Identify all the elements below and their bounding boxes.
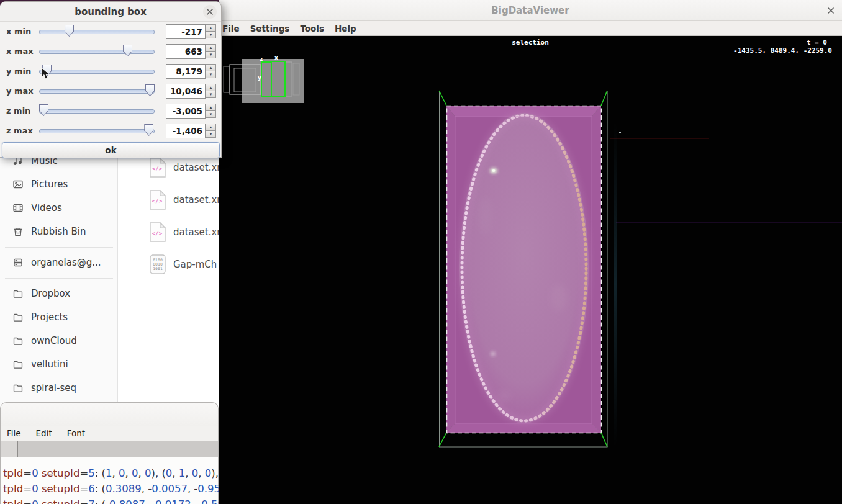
sidebar-item-videos[interactable]: Videos (0, 196, 118, 220)
bbox-slider-z-min[interactable] (39, 109, 155, 114)
svg-text:</>: </> (152, 198, 163, 204)
bbox-slider-thumb-z-max[interactable] (144, 124, 153, 136)
spinner-down-button[interactable]: ▾ (206, 51, 216, 58)
sidebar-item-label: Videos (31, 202, 62, 214)
xml-file-icon: </> (148, 222, 167, 243)
menu-edit[interactable]: Edit (30, 428, 61, 438)
bbox-value-field-x-min[interactable] (166, 24, 206, 39)
ok-button[interactable]: ok (2, 142, 220, 158)
pictures-icon (12, 179, 24, 190)
bbox-row-x-min: x min▴▾ (0, 22, 221, 42)
sidebar-item-label: Projects (31, 312, 68, 323)
file-item[interactable]: </>dataset.xml (119, 184, 219, 216)
mouse-cursor (41, 67, 51, 81)
sidebar-separator (0, 243, 118, 251)
bbox-slider-thumb-z-min[interactable] (39, 104, 48, 116)
bbox-spinner-x-max: ▴▾ (206, 44, 216, 59)
file-name: dataset.xml (173, 194, 219, 205)
bbox-row-x-max: x max▴▾ (0, 42, 221, 61)
menu-file[interactable]: File (219, 24, 247, 34)
log-toolbar-cell (1, 441, 18, 457)
sidebar-item-organelas-g-[interactable]: organelas@g... (0, 251, 118, 274)
folder-icon (12, 359, 24, 370)
spinner-down-button[interactable]: ▾ (206, 130, 216, 138)
spinner-down-button[interactable]: ▾ (206, 31, 216, 38)
sidebar-item-pictures[interactable]: Pictures (0, 173, 118, 196)
viewer-canvas[interactable]: selection t = 0 -1435.5, 8489.4, -2259.0… (219, 36, 842, 504)
bbox-row-y-min: y min▴▾ (0, 61, 221, 81)
bbox-axis-label: x min (6, 22, 31, 42)
log-output[interactable]: tpId=0 setupId=5: (1, 0, 0, 0), (0, 1, 0… (1, 457, 218, 504)
sidebar-item-label: spiral-seq (31, 382, 76, 394)
close-icon[interactable] (825, 4, 837, 17)
spinner-down-button[interactable]: ▾ (206, 71, 216, 78)
bbox-value-field-x-max[interactable] (166, 44, 206, 59)
log-window-titlebar[interactable] (1, 403, 218, 426)
bbox-row-y-max: y max▴▾ (0, 81, 221, 101)
folder-icon (12, 288, 24, 299)
bbox-slider-x-max[interactable] (39, 50, 155, 54)
log-window: FileEditFont tpId=0 setupId=5: (1, 0, 0,… (0, 402, 219, 504)
file-item[interactable]: </>dataset.xml (119, 216, 219, 248)
dialog-titlebar[interactable]: bounding box (0, 2, 221, 22)
folder-icon (12, 312, 24, 323)
bbox-slider-z-max[interactable] (39, 129, 155, 133)
bbox-row-z-min: z min▴▾ (0, 101, 221, 121)
sidebar-item-label: Rubbish Bin (31, 226, 86, 237)
xml-file-icon: </> (148, 157, 167, 178)
file-item[interactable]: 010000101001Gap-mCh (119, 248, 219, 281)
log-line: tpId=0 setupId=6: (0.3089, -0.0057, -0.9… (3, 481, 218, 497)
bbox-spinner-x-min: ▴▾ (206, 24, 216, 39)
log-line: tpId=0 setupId=5: (1, 0, 0, 0), (0, 1, 0… (3, 466, 218, 481)
sidebar-item-owncloud[interactable]: ownCloud (0, 329, 118, 353)
bbox-slider-y-min[interactable] (39, 70, 155, 74)
menu-settings[interactable]: Settings (247, 24, 297, 34)
sidebar-item-rubbish-bin[interactable]: Rubbish Bin (0, 220, 118, 243)
bbox-axis-label: x max (6, 42, 34, 61)
sidebar-item-projects[interactable]: Projects (0, 305, 118, 329)
menu-file[interactable]: File (1, 428, 30, 438)
faint-streak (616, 222, 842, 223)
bright-dot (619, 132, 621, 133)
sidebar-item-spiral-seq[interactable]: spiral-seq (0, 376, 118, 400)
bbox-slider-thumb-x-max[interactable] (123, 45, 132, 56)
sidebar-item-vellutini[interactable]: vellutini (0, 353, 118, 376)
bbox-slider-y-max[interactable] (39, 89, 155, 94)
bbox-axis-label: y min (6, 61, 31, 81)
file-name: Gap-mCh (173, 259, 217, 270)
bbox-spinner-z-min: ▴▾ (206, 104, 216, 119)
svg-text:1001: 1001 (153, 266, 163, 271)
menu-tools[interactable]: Tools (296, 24, 331, 34)
menu-font[interactable]: Font (61, 428, 94, 438)
file-name: dataset.xml (173, 162, 219, 173)
file-name: dataset.xml (173, 227, 219, 238)
window-title: BigDataViewer (219, 0, 842, 21)
bbox-axis-label: y max (6, 81, 34, 101)
folder-icon (12, 382, 24, 394)
server-icon (12, 257, 24, 268)
videos-icon (12, 202, 24, 214)
folder-icon (12, 335, 24, 346)
sidebar-item-label: Dropbox (31, 288, 70, 299)
sidebar-item-label: Pictures (31, 179, 68, 190)
spinner-down-button[interactable]: ▾ (206, 110, 216, 118)
bbox-value-field-z-max[interactable] (166, 124, 206, 138)
bigdataviewer-titlebar[interactable]: BigDataViewer (219, 0, 842, 21)
bbox-slider-thumb-x-min[interactable] (65, 25, 74, 37)
log-line: tpId=0 setupId=7: (-0.8087, -0.0172, -0.… (3, 497, 218, 504)
sidebar-item-dropbox[interactable]: Dropbox (0, 282, 118, 305)
bbox-slider-x-min[interactable] (39, 30, 155, 34)
bbox-value-field-z-min[interactable] (166, 104, 206, 119)
minimap-overview[interactable]: z x y (219, 55, 318, 129)
bbox-value-field-y-max[interactable] (166, 84, 206, 99)
spinner-down-button[interactable]: ▾ (206, 91, 216, 98)
menu-help[interactable]: Help (331, 24, 363, 34)
volume-view (430, 86, 616, 464)
xml-file-icon: </> (148, 189, 167, 210)
svg-text:</>: </> (152, 166, 163, 172)
bbox-spinner-y-max: ▴▾ (206, 84, 216, 99)
close-icon[interactable] (203, 5, 217, 19)
bbox-slider-thumb-y-max[interactable] (145, 84, 155, 96)
bbox-value-field-y-min[interactable] (166, 64, 206, 79)
rubbish-bin-icon (12, 226, 24, 237)
